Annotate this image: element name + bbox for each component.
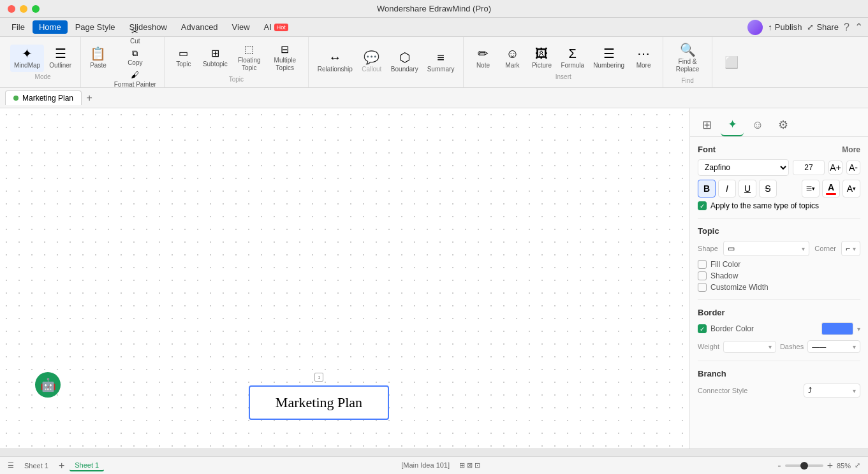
style-tab-icon: ⊞: [702, 118, 712, 132]
shadow-checkbox[interactable]: [698, 271, 707, 280]
note-button[interactable]: ✏ Note: [469, 45, 497, 72]
find-replace-button[interactable]: 🔍 Find & Replace: [668, 41, 707, 76]
underline-button[interactable]: U: [739, 180, 756, 198]
apply-same-checkbox[interactable]: ✓: [698, 201, 707, 210]
fullscreen-button[interactable]: ⤢: [855, 461, 860, 470]
align-button[interactable]: ≡ ▾: [802, 180, 820, 198]
callout-button[interactable]: 💬 Callout: [358, 48, 386, 76]
panel-tabs: ⊞ ✦ ☺ ⚙: [690, 108, 868, 137]
dashes-select[interactable]: —— ▾: [807, 340, 860, 353]
publish-button[interactable]: ↑ Publish: [768, 22, 802, 32]
boundary-button[interactable]: ⬡ Boundary: [387, 48, 422, 76]
tab-marketing-plan[interactable]: Marketing Plan: [5, 90, 82, 105]
collapse-panel-button[interactable]: ⬜: [717, 53, 746, 72]
floating-topic-button[interactable]: ⬚ Floating Topic: [233, 42, 266, 75]
border-color-dropdown-arrow[interactable]: ▾: [857, 326, 860, 333]
panel-tab-style[interactable]: ⊞: [695, 113, 718, 136]
panel-tab-emoji[interactable]: ☺: [746, 113, 769, 136]
app-title: Wondershare EdrawMind (Pro): [377, 4, 491, 13]
font-size-input[interactable]: [793, 160, 825, 175]
collapse-button[interactable]: ⌃: [855, 21, 863, 33]
menu-advanced[interactable]: Advanced: [175, 20, 224, 34]
weight-row: Weight ▾ Dashes —— ▾: [698, 340, 860, 353]
fill-color-checkbox[interactable]: [698, 260, 707, 269]
format-painter-button[interactable]: 🖌 Format Painter: [112, 69, 159, 90]
statusbar-left: ☰ Sheet 1 + Sheet 1: [8, 460, 104, 471]
main-area: ↕ Marketing Plan 🤖 ⊞ ✦ ☺ ⚙: [0, 108, 868, 449]
font-size-increase-button[interactable]: A+: [828, 161, 842, 175]
copy-button[interactable]: ⧉ Copy: [112, 48, 159, 68]
share-button[interactable]: ⤢ Share: [807, 22, 839, 32]
menu-view[interactable]: View: [226, 20, 256, 34]
topic-section: Topic Shape ▭ ▾ Corner ⌐ ▾: [698, 226, 860, 292]
relationship-button[interactable]: ↔ Relationship: [314, 48, 357, 76]
border-color-checkbox[interactable]: ✓: [698, 324, 707, 333]
mindmap-node[interactable]: ↕ Marketing Plan: [249, 385, 389, 420]
shadow-row: Shadow: [698, 271, 860, 280]
font-more-button[interactable]: More: [842, 145, 860, 154]
shape-select[interactable]: ▭ ▾: [723, 241, 810, 256]
node-box[interactable]: Marketing Plan: [249, 385, 389, 420]
customize-width-checkbox[interactable]: [698, 283, 707, 292]
zoom-in-button[interactable]: +: [827, 460, 833, 471]
font-family-select[interactable]: Zapfino: [698, 159, 789, 176]
picture-button[interactable]: 🖼 Picture: [527, 45, 555, 72]
border-section-title: Border: [698, 308, 860, 317]
corner-select[interactable]: ⌐ ▾: [841, 241, 860, 256]
node-handle[interactable]: ↕: [314, 373, 323, 382]
menu-file[interactable]: File: [5, 20, 31, 34]
multiple-topics-button[interactable]: ⊟ Multiple Topics: [267, 42, 303, 75]
more-button[interactable]: ⋯ More: [629, 45, 658, 72]
boundary-icon: ⬡: [399, 51, 410, 64]
avatar[interactable]: [747, 20, 763, 35]
weight-select[interactable]: ▾: [723, 341, 776, 353]
panel-tab-ai[interactable]: ✦: [721, 113, 744, 136]
highlight-color-button[interactable]: A ▾: [842, 180, 860, 198]
apply-same-row: ✓ Apply to the same type of topics: [698, 201, 860, 210]
sidebar-toggle-icon[interactable]: ☰: [8, 461, 14, 470]
bold-button[interactable]: B: [698, 180, 716, 198]
ai-robot-icon[interactable]: 🤖: [35, 372, 61, 398]
fill-color-label: Fill Color: [710, 260, 860, 269]
summary-button[interactable]: ≡ Summary: [423, 48, 459, 76]
add-sheet-button[interactable]: +: [59, 460, 64, 471]
toolbar-mode-group: ✦ MindMap ☰ Outliner Mode: [5, 37, 81, 87]
summary-icon: ≡: [437, 51, 445, 64]
strikethrough-button[interactable]: S: [759, 180, 777, 198]
zoom-out-button[interactable]: -: [777, 460, 781, 471]
paste-button[interactable]: 📋 Paste: [86, 26, 110, 90]
outliner-button[interactable]: ☰ Outliner: [45, 45, 75, 72]
connector-style-label: Connector Style: [698, 387, 747, 394]
mindmap-button[interactable]: ✦ MindMap: [10, 45, 44, 72]
weight-label: Weight: [698, 343, 719, 350]
statusbar: ☰ Sheet 1 + Sheet 1 [Main Idea 101] ⊞ ⊠ …: [0, 456, 868, 474]
divider-2: [698, 299, 860, 300]
font-section-title: Font More: [698, 145, 860, 154]
numbering-button[interactable]: ☰ Numbering: [589, 45, 628, 72]
canvas[interactable]: ↕ Marketing Plan 🤖: [0, 108, 689, 449]
font-size-decrease-button[interactable]: A-: [846, 161, 860, 175]
minimize-button[interactable]: [20, 5, 27, 13]
menu-ai[interactable]: AI Hot: [258, 20, 295, 34]
sheet-1-tab[interactable]: Sheet 1: [70, 460, 104, 471]
topic-button[interactable]: ▭ Topic: [170, 46, 198, 71]
settings-tab-icon: ⚙: [778, 118, 788, 132]
formula-button[interactable]: Σ Formula: [557, 45, 588, 72]
help-button[interactable]: ?: [844, 22, 850, 33]
horizontal-scrollbar[interactable]: [0, 449, 868, 456]
connector-select[interactable]: ⤴ ▾: [804, 384, 860, 398]
italic-button[interactable]: I: [718, 180, 736, 198]
subtopic-button[interactable]: ⊞ Subtopic: [199, 46, 232, 71]
zoom-slider[interactable]: [785, 464, 823, 467]
mark-button[interactable]: ☺ Mark: [498, 45, 526, 72]
cut-button[interactable]: ✂ Cut: [112, 26, 159, 47]
border-color-swatch[interactable]: [821, 322, 853, 335]
menu-home[interactable]: Home: [33, 20, 68, 34]
tab-add-button[interactable]: +: [82, 90, 97, 106]
fill-color-row: Fill Color: [698, 260, 860, 269]
panel-tab-settings[interactable]: ⚙: [772, 113, 795, 136]
font-color-button[interactable]: A: [822, 180, 840, 198]
mark-icon: ☺: [506, 47, 519, 60]
close-button[interactable]: [8, 5, 15, 13]
maximize-button[interactable]: [32, 5, 40, 13]
